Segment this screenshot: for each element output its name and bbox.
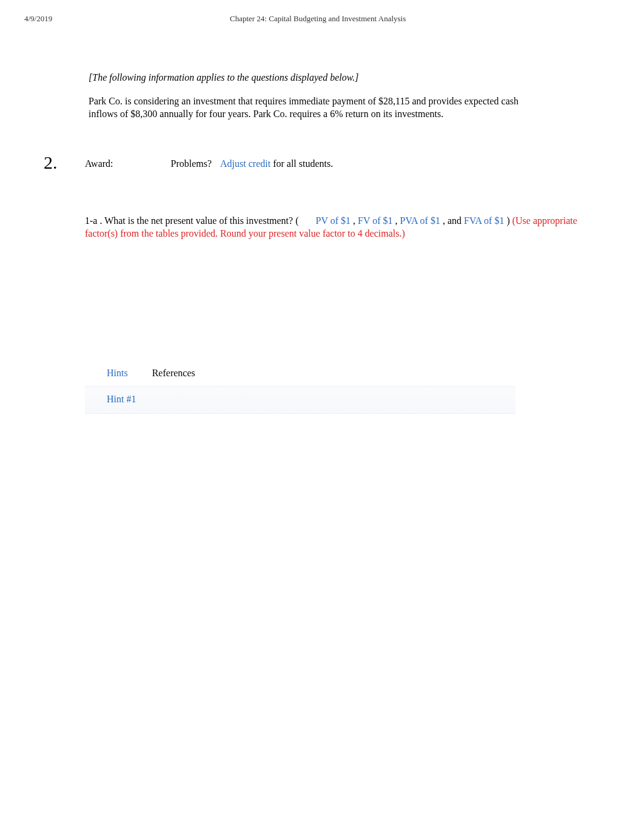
page-header: 4/9/2019 Chapter 24: Capital Budgeting a…	[0, 0, 644, 24]
tab-hints[interactable]: Hints	[107, 368, 128, 379]
pv-of-1-link[interactable]: PV of $1	[316, 215, 351, 226]
hint-body: Hint #1	[85, 386, 515, 414]
fva-of-1-link[interactable]: FVA of $1	[464, 215, 504, 226]
pva-of-1-link[interactable]: PVA of $1	[400, 215, 440, 226]
tab-references[interactable]: References	[152, 368, 195, 379]
tabs-bar: Hints References	[85, 362, 515, 386]
question-header-row: 2. Award: Problems? Adjust credit for al…	[44, 151, 602, 172]
intro-block: [The following information applies to th…	[85, 72, 602, 121]
intro-note: [The following information applies to th…	[89, 72, 602, 83]
content-area: [The following information applies to th…	[0, 24, 644, 414]
separator: , and	[443, 215, 464, 226]
separator: ,	[395, 215, 400, 226]
hint-1-link[interactable]: Hint #1	[107, 394, 136, 404]
close-paren: )	[506, 215, 512, 226]
hints-panel: Hints References Hint #1	[85, 362, 515, 414]
fv-of-1-link[interactable]: FV of $1	[358, 215, 393, 226]
question-lead: 1-a . What is the net present value of t…	[85, 215, 299, 226]
header-title: Chapter 24: Capital Budgeting and Invest…	[52, 14, 620, 24]
header-date: 4/9/2019	[24, 14, 52, 24]
after-credit-text: for all students.	[273, 158, 333, 169]
intro-description: Park Co. is considering an investment th…	[89, 95, 525, 121]
question-meta: Award: Problems? Adjust credit for all s…	[85, 151, 333, 169]
award-label: Award:	[85, 158, 113, 169]
problems-label: Problems?	[171, 158, 212, 169]
adjust-credit-link[interactable]: Adjust credit	[220, 158, 270, 169]
separator: ,	[353, 215, 358, 226]
question-number: 2.	[44, 151, 85, 172]
question-text: 1-a . What is the net present value of t…	[85, 214, 602, 240]
